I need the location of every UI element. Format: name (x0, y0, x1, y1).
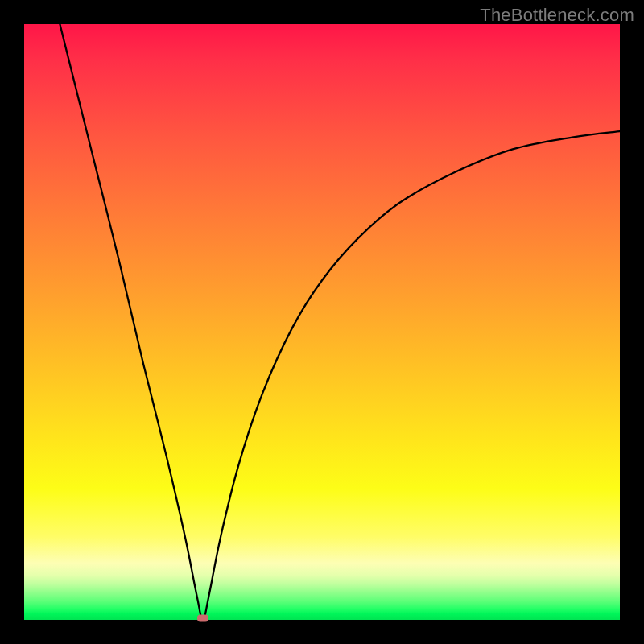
curve-svg (24, 24, 620, 620)
min-marker (197, 615, 208, 622)
plot-area (24, 24, 620, 620)
outer-frame: TheBottleneck.com (0, 0, 644, 644)
bottleneck-curve (60, 24, 620, 620)
watermark-text: TheBottleneck.com (480, 5, 634, 26)
